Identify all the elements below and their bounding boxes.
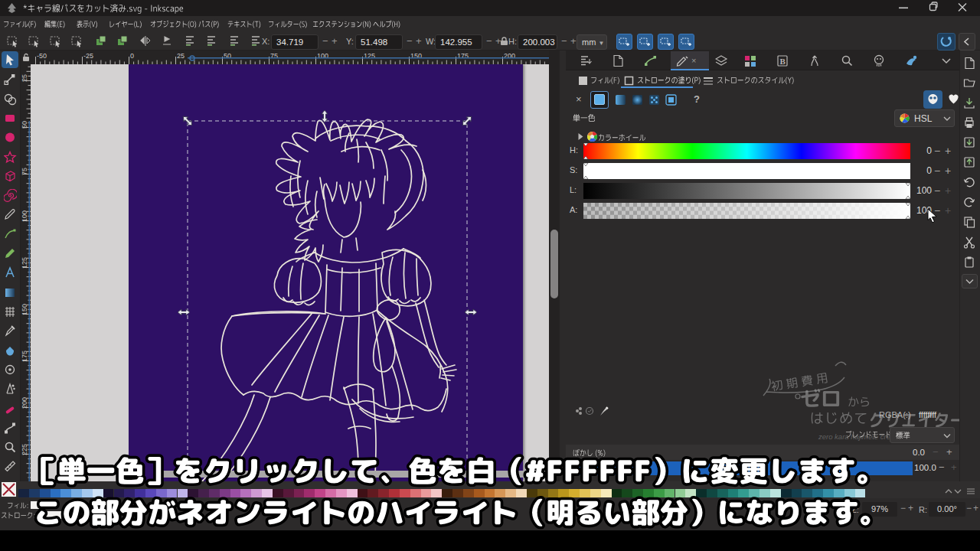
svg-text:-25: -25 [83,52,93,60]
svg-text:125: 125 [21,257,28,269]
svg-text:75: 75 [21,168,28,175]
svg-text:25: 25 [177,52,185,60]
svg-text:0: 0 [130,52,134,60]
svg-text:100: 100 [21,210,28,222]
svg-text:200: 200 [21,397,28,409]
svg-text:50: 50 [21,121,28,129]
svg-text:25: 25 [21,74,28,82]
svg-text:B: B [780,57,786,66]
svg-text:175: 175 [21,350,28,362]
svg-text:-50: -50 [37,52,47,60]
svg-text:150: 150 [21,304,28,315]
